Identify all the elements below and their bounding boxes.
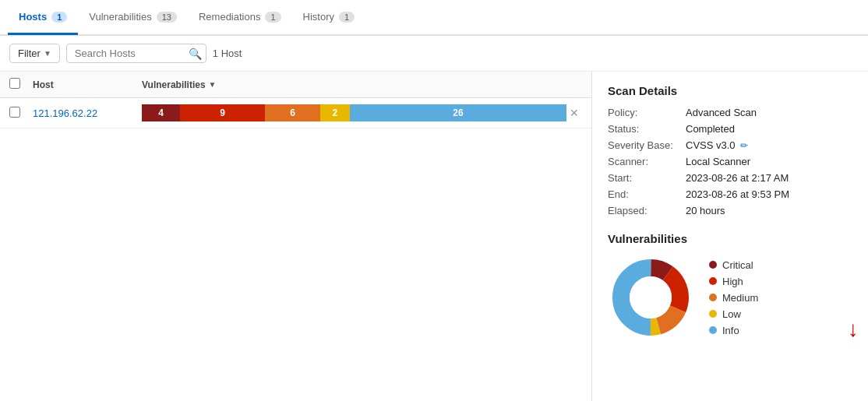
row-checkbox[interactable] [9, 107, 20, 118]
scanner-value: Local Scanner [686, 156, 852, 167]
tabs-bar: Hosts 1 Vulnerabilities 13 Remediations … [0, 0, 868, 36]
policy-label: Policy: [608, 107, 686, 118]
bar-medium: 6 [265, 104, 320, 121]
end-value: 2023-08-26 at 9:53 PM [686, 188, 852, 200]
bar-low: 2 [320, 104, 350, 121]
header-host: Host [33, 79, 142, 90]
row-close-button[interactable]: ✕ [566, 107, 582, 119]
main-layout: Host Vulnerabilities ▼ 121.196.62.22 4 9 [0, 72, 868, 401]
filter-label: Filter [18, 47, 41, 59]
tab-vulnerabilities[interactable]: Vulnerabilities 13 [78, 1, 188, 35]
bar-low-value: 2 [333, 107, 338, 118]
legend-label-medium: Medium [722, 292, 758, 304]
bar-medium-value: 6 [290, 107, 295, 118]
legend-dot-info [709, 326, 717, 334]
legend-dot-medium [709, 294, 717, 301]
legend-info: Info [709, 325, 758, 336]
search-input[interactable] [66, 44, 206, 63]
scan-details-grid: Policy: Advanced Scan Status: Completed … [608, 107, 852, 216]
legend-label-low: Low [722, 308, 741, 320]
red-arrow-icon: ↓ [848, 318, 859, 340]
severity-label: Severity Base: [608, 139, 686, 151]
scan-details-title: Scan Details [608, 84, 852, 97]
legend-low: Low [709, 308, 758, 320]
start-value: 2023-08-26 at 2:17 AM [686, 172, 852, 184]
donut-chart [608, 255, 693, 340]
bar-info-value: 26 [453, 107, 463, 118]
header-vulnerabilities: Vulnerabilities ▼ [142, 79, 582, 90]
host-count: 1 Host [213, 47, 242, 59]
severity-value: CVSS v3.0 ✏ [686, 139, 852, 151]
tab-history-badge: 1 [339, 12, 355, 23]
header-vuln-label: Vulnerabilities [142, 79, 206, 90]
bar-high-value: 9 [220, 107, 225, 118]
chevron-down-icon: ▼ [44, 49, 51, 58]
donut-svg [608, 255, 693, 340]
legend-label-high: High [722, 276, 743, 287]
vulnerabilities-section: Vulnerabilities [608, 232, 852, 340]
host-ip[interactable]: 121.196.62.22 [33, 107, 142, 119]
vuln-section-title: Vulnerabilities [608, 232, 852, 245]
legend-dot-critical [709, 261, 717, 269]
vuln-chart-area: Critical High Medium Low [608, 255, 852, 340]
edit-severity-icon[interactable]: ✏ [740, 140, 748, 151]
vulnerability-bar: 4 9 6 2 26 [142, 104, 566, 121]
legend-critical: Critical [709, 259, 758, 271]
bar-critical: 4 [142, 104, 180, 121]
tab-vulnerabilities-label: Vulnerabilities [89, 11, 151, 23]
legend-dot-low [709, 310, 717, 318]
table-panel: Host Vulnerabilities ▼ 121.196.62.22 4 9 [0, 72, 592, 401]
bar-info: 26 [350, 104, 566, 121]
tab-remediations[interactable]: Remediations 1 [188, 1, 292, 35]
tab-history-label: History [303, 11, 334, 23]
details-panel: Scan Details Policy: Advanced Scan Statu… [592, 72, 868, 401]
bar-high: 9 [180, 104, 265, 121]
start-label: Start: [608, 172, 686, 184]
header-checkbox-wrap [9, 78, 33, 91]
vuln-sort-button[interactable]: Vulnerabilities ▼ [142, 79, 217, 90]
legend-high: High [709, 276, 758, 287]
tab-vulnerabilities-badge: 13 [157, 12, 177, 23]
legend-label-info: Info [722, 325, 739, 336]
severity-text: CVSS v3.0 [686, 139, 736, 151]
bar-critical-value: 4 [158, 107, 164, 118]
tab-history[interactable]: History 1 [292, 1, 366, 35]
table-header: Host Vulnerabilities ▼ [0, 72, 591, 98]
sort-arrow-icon: ▼ [209, 80, 217, 89]
search-icon[interactable]: 🔍 [189, 47, 202, 60]
search-wrap: 🔍 [66, 44, 206, 63]
table-row: 121.196.62.22 4 9 6 2 26 ✕ [0, 98, 591, 128]
elapsed-label: Elapsed: [608, 205, 686, 216]
vuln-legend: Critical High Medium Low [709, 259, 758, 336]
filter-button[interactable]: Filter ▼ [9, 44, 60, 63]
status-value: Completed [686, 123, 852, 135]
donut-hole [630, 276, 672, 318]
status-label: Status: [608, 123, 686, 135]
legend-medium: Medium [709, 292, 758, 304]
select-all-checkbox[interactable] [9, 78, 20, 89]
scanner-label: Scanner: [608, 156, 686, 167]
policy-value: Advanced Scan [686, 107, 852, 118]
row-checkbox-wrap [9, 107, 33, 120]
elapsed-value: 20 hours [686, 205, 852, 216]
end-label: End: [608, 188, 686, 200]
legend-dot-high [709, 277, 717, 285]
toolbar: Filter ▼ 🔍 1 Host [0, 36, 868, 72]
tab-remediations-label: Remediations [199, 11, 261, 23]
tab-hosts[interactable]: Hosts 1 [8, 1, 78, 35]
tab-hosts-label: Hosts [19, 11, 47, 23]
tab-remediations-badge: 1 [265, 12, 281, 23]
legend-label-critical: Critical [722, 259, 753, 271]
tab-hosts-badge: 1 [51, 12, 67, 23]
